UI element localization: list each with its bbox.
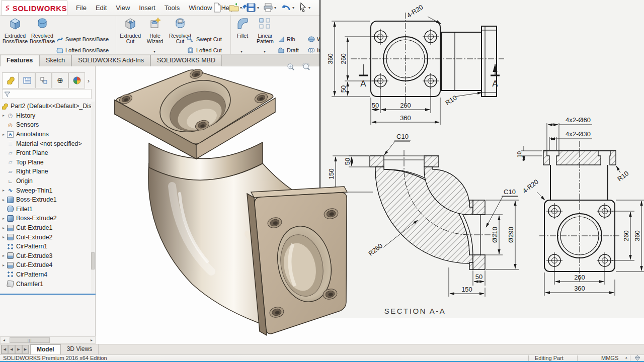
displaymanager-tab[interactable] [68,72,85,88]
swept-cut-button[interactable]: Swept Cut [187,34,222,44]
dropdown-caret-icon[interactable]: ▾ [308,6,310,10]
tree-item-top-plane[interactable]: ▱Top Plane [0,158,92,167]
tab-sketch[interactable]: Sketch [39,55,71,66]
tab-model[interactable]: Model [30,344,61,354]
tree-item-sweep-thin1[interactable]: ▸∿Sweep-Thin1 [0,186,92,195]
new-document-button[interactable]: ▾ [211,1,226,14]
tab-features[interactable]: Features [0,55,39,66]
tree-root[interactable]: Part2 (Default<<Default>_Displa [0,102,92,111]
expand-arrow-icon[interactable]: ▸ [0,253,7,258]
panel-splitter[interactable] [0,294,96,295]
menu-insert[interactable]: Insert [134,2,160,14]
dim-label: 150 [461,286,472,293]
tab-3d-views[interactable]: 3D Views [61,344,99,354]
fillet-caret-icon[interactable]: ▾ [240,49,243,54]
dropdown-caret-icon[interactable]: ▾ [257,6,259,10]
hole-wizard-caret-icon[interactable]: ▾ [153,49,155,54]
last-sheet-button[interactable]: ▶ [22,345,29,354]
tab-solidworks-mbd[interactable]: SOLIDWORKS MBD [150,55,222,66]
part-icon [7,76,15,84]
prev-sheet-button[interactable]: ◀ [8,345,15,354]
expand-arrow-icon[interactable]: ▸ [0,198,7,202]
tree-item-cut-extrude2[interactable]: ▸Cut-Extrude2 [0,232,92,242]
lofted-cut-button[interactable]: Lofted Cut [187,45,222,55]
dropdown-caret-icon[interactable]: ▾ [240,6,242,10]
expand-arrow-icon[interactable]: ▸ [0,226,7,230]
menu-edit[interactable]: Edit [91,2,111,14]
tree-item-front-plane[interactable]: ▱Front Plane [0,148,92,158]
lofted-cut-icon [187,47,194,54]
dropdown-caret-icon[interactable]: ▾ [292,6,294,10]
tree-item-cut-extrude1[interactable]: ▸Cut-Extrude1 [0,223,92,233]
tree-scrollbar[interactable] [91,102,95,293]
hole-wizard-button[interactable]: Hole Wizard [143,17,167,44]
tree-item-sensors[interactable]: ◎Sensors [0,120,92,130]
dim-label: 4x2-Ø60 [566,116,591,124]
tree-item-cirpattern4[interactable]: CirPattern4 [0,270,92,280]
menu-tools[interactable]: Tools [160,2,184,14]
menu-view[interactable]: View [111,2,134,14]
propertymanager-tab[interactable] [19,72,35,88]
3d-model-pipe-elbow[interactable] [97,68,353,342]
dim-label: 50 [372,102,379,109]
open-button[interactable]: ▾ [227,1,243,14]
tree-item-annotations[interactable]: ▸AAnnotations [0,130,92,139]
linear-pattern-caret-icon[interactable]: ▾ [264,49,266,54]
tree-item-cirpattern1[interactable]: CirPattern1 [0,242,92,251]
expand-arrow-icon[interactable]: ▸ [0,216,7,221]
expand-arrow-icon[interactable]: ▸ [0,132,7,137]
save-button[interactable]: ▾ [245,1,260,14]
filter-icon [4,91,11,98]
scrollbar-thumb[interactable] [91,252,95,269]
units-caret-icon[interactable]: ▴ [625,355,627,359]
logo-text: SOLIDWORKS [13,4,67,13]
dimxpertmanager-tab[interactable]: ⊕ [52,72,68,88]
expand-arrow-icon[interactable]: ▸ [0,235,7,239]
draft-button[interactable]: Draft [278,45,299,55]
tree-item-material[interactable]: ≣Material <not specified> [0,139,92,148]
extruded-boss-base-button[interactable]: Extruded Boss/Base [2,17,28,44]
tree-item-boss-extrude2[interactable]: ▸Boss-Extrude2 [0,214,92,223]
dropdown-caret-icon[interactable]: ▾ [274,6,276,10]
revolved-boss-base-button[interactable]: Revolved Boss/Base [29,17,55,44]
extruded-cut-button[interactable]: Extruded Cut [119,17,142,44]
tree-item-history[interactable]: ▸◷History [0,111,92,121]
linear-pattern-button[interactable]: Linear Pattern [254,17,277,44]
expand-arrow-icon[interactable]: ▸ [0,113,7,118]
horizontal-scrollbar[interactable]: ◂ ||| ▸ [0,336,96,344]
panel-tabs-more-icon[interactable]: › [85,72,92,88]
next-sheet-button[interactable]: ▶ [15,345,22,354]
select-tool-button[interactable]: ▾ [297,1,311,14]
dim-label: R10 [616,169,630,183]
scroll-right-icon[interactable]: ▸ [88,338,95,342]
featuremanager-tab[interactable] [2,72,19,88]
expand-arrow-icon[interactable]: ▸ [0,263,7,267]
swept-boss-base-button[interactable]: Swept Boss/Base [56,34,109,44]
tree-item-right-plane[interactable]: ▱Right Plane [0,167,92,176]
fillet-button[interactable]: Fillet [232,17,253,39]
hole-wizard-icon [147,17,163,31]
tree-item-cut-extrude3[interactable]: ▸Cut-Extrude3 [0,251,92,261]
first-sheet-button[interactable]: ◀ [1,345,8,354]
revolved-cut-icon [173,17,188,31]
tree-item-cut-extrude4[interactable]: ▸Cut-Extrude4 [0,260,92,270]
rib-button[interactable]: Rib [278,34,295,44]
tab-solidworks-add-ins[interactable]: SOLIDWORKS Add-Ins [71,55,150,66]
tree-item-chamfer1[interactable]: Chamfer1 [0,279,92,289]
undo-button[interactable]: ▾ [279,1,295,14]
tree-item-fillet1[interactable]: Fillet1 [0,205,92,214]
scrollbar-thumb[interactable]: ||| [10,337,50,343]
expand-arrow-icon[interactable]: ▸ [0,188,7,193]
lofted-boss-base-button[interactable]: Lofted Boss/Base [56,45,109,55]
tree-filter-input[interactable] [2,89,92,99]
tree-item-origin[interactable]: ∟Origin [0,176,92,186]
menu-file[interactable]: File [71,2,91,14]
tree-item-boss-extrude1[interactable]: ▸Boss-Extrude1 [0,195,92,205]
configurationmanager-tab[interactable] [35,72,52,88]
print-button[interactable]: ▾ [262,1,277,14]
dropdown-caret-icon[interactable]: ▾ [223,6,225,10]
plane-icon: ▱ [7,159,14,165]
scroll-left-icon[interactable]: ◂ [1,338,8,342]
units-selector[interactable]: MMGS [601,355,618,361]
feature-manager-panel: ⊕ › Part2 (Default<<Default>_Displa ▸◷Hi… [0,66,96,336]
